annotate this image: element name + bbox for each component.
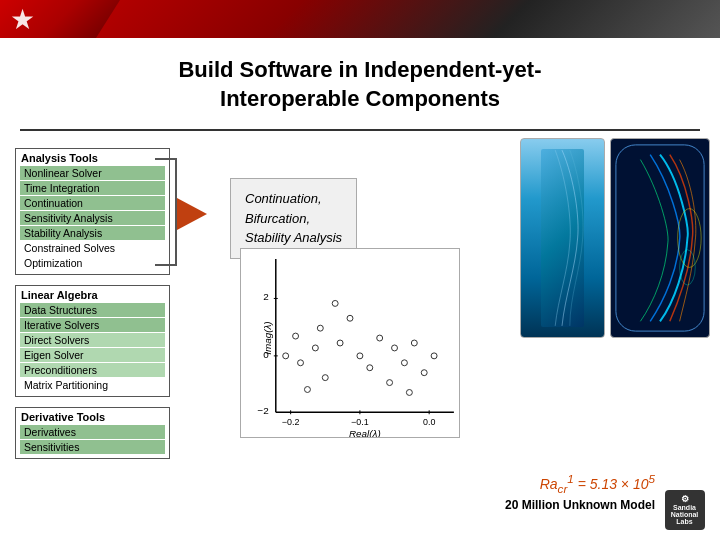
svg-text:2: 2 [263, 291, 269, 302]
list-item: Derivatives [20, 425, 165, 439]
svg-point-28 [411, 340, 417, 346]
list-item: Matrix Partitioning [20, 378, 165, 392]
continuation-line2: Bifurcation, [245, 209, 342, 229]
analysis-tools-group: Analysis Tools Nonlinear Solver Time Int… [15, 148, 170, 275]
svg-point-22 [357, 353, 363, 359]
svg-text:Real(λ): Real(λ) [349, 428, 381, 437]
viz-panel-1 [520, 138, 605, 338]
svg-point-24 [367, 365, 373, 371]
title-divider [20, 129, 700, 131]
list-item: Preconditioners [20, 363, 165, 377]
list-item: Continuation [20, 196, 165, 210]
svg-point-27 [387, 380, 393, 386]
list-item: Nonlinear Solver [20, 166, 165, 180]
list-item: Time Integration [20, 181, 165, 195]
continuation-box: Continuation, Bifurcation, Stability Ana… [230, 178, 357, 259]
svg-text:−2: −2 [258, 405, 269, 416]
svg-point-31 [431, 353, 437, 359]
arrow-right-icon [177, 198, 207, 230]
svg-point-30 [406, 390, 412, 396]
svg-point-25 [392, 345, 398, 351]
list-item: Iterative Solvers [20, 318, 165, 332]
list-item: Optimization [20, 256, 165, 270]
svg-point-33 [283, 353, 289, 359]
bottom-formula: Racr1 = 5.13 × 105 [540, 473, 655, 495]
svg-point-17 [347, 315, 353, 321]
svg-point-15 [317, 325, 323, 331]
list-item: Data Structures [20, 303, 165, 317]
list-item: Sensitivity Analysis [20, 211, 165, 225]
linear-algebra-label: Linear Algebra [20, 289, 165, 301]
list-item: Sensitivities [20, 440, 165, 454]
arrow-container [177, 198, 207, 230]
svg-point-26 [401, 360, 407, 366]
left-panel: Analysis Tools Nonlinear Solver Time Int… [15, 148, 170, 469]
svg-point-32 [293, 333, 299, 339]
bottom-caption: 20 Million Unknown Model [505, 498, 655, 512]
derivative-tools-label: Derivative Tools [20, 411, 165, 423]
svg-point-19 [337, 340, 343, 346]
linear-algebra-group: Linear Algebra Data Structures Iterative… [15, 285, 170, 397]
svg-point-16 [332, 300, 338, 306]
svg-text:−0.2: −0.2 [282, 417, 300, 427]
svg-point-34 [304, 387, 310, 393]
star-decoration: ★ [10, 3, 35, 36]
header-banner: ★ [0, 0, 720, 38]
title-section: Build Software in Independent-yet-Intero… [0, 38, 720, 121]
viz-panels [520, 138, 710, 338]
svg-point-21 [322, 375, 328, 381]
svg-point-29 [421, 370, 427, 376]
continuation-line1: Continuation, [245, 189, 342, 209]
main-content: Build Software in Independent-yet-Intero… [0, 38, 720, 540]
list-item: Eigen Solver [20, 348, 165, 362]
bracket-right [155, 158, 177, 266]
formula-text: Racr1 = 5.13 × 105 [540, 476, 655, 492]
list-item: Stability Analysis [20, 226, 165, 240]
continuation-line3: Stability Analysis [245, 228, 342, 248]
svg-text:−0.1: −0.1 [351, 417, 369, 427]
svg-point-18 [312, 345, 318, 351]
svg-text:0.0: 0.0 [423, 417, 435, 427]
constrained-solves-item: Constrained Solves [20, 241, 165, 255]
svg-point-20 [298, 360, 304, 366]
page-title: Build Software in Independent-yet-Intero… [20, 56, 700, 113]
svg-text:Imag(λ): Imag(λ) [262, 321, 273, 354]
list-item: Direct Solvers [20, 333, 165, 347]
viz-panel-2 [610, 138, 710, 338]
scatter-plot: 2 0 −2 −0.2 −0.1 0.0 Real(λ) Imag(λ) [240, 248, 460, 438]
svg-point-23 [377, 335, 383, 341]
snl-logo: ⚙ Sandia National Labs [657, 487, 712, 532]
derivative-tools-group: Derivative Tools Derivatives Sensitiviti… [15, 407, 170, 459]
snl-badge: ⚙ Sandia National Labs [665, 490, 705, 530]
analysis-tools-label: Analysis Tools [20, 152, 165, 164]
